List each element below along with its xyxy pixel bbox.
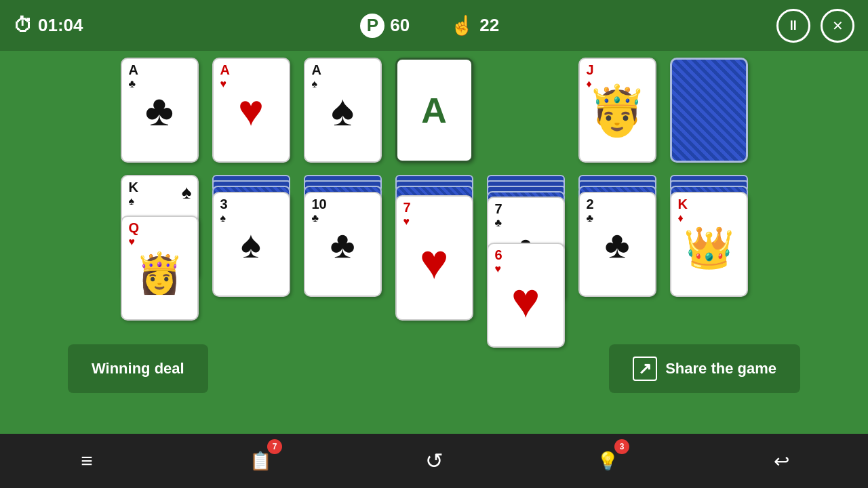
top-bar: ⏱ 01:04 P 60 ☝ 22 ⏸ ✕ — [0, 0, 868, 51]
game-area: A ♣ ♣ A ♥ ♥ A ♠ ♠ A J ♦ 🤴 — [0, 51, 868, 434]
top-bar-center: P 60 ☝ 22 — [360, 14, 499, 38]
foundation-row: A ♣ ♣ A ♥ ♥ A ♠ ♠ A J ♦ 🤴 — [68, 58, 800, 163]
share-game-label: Share the game — [665, 360, 776, 378]
tableau-col-7[interactable]: K ♦ 👑 — [670, 175, 748, 324]
queen-illustration: 👸 — [135, 253, 184, 293]
undo-button[interactable]: ↩ — [761, 441, 802, 481]
tableau-col-6[interactable]: 2 ♣ ♣ — [578, 175, 656, 324]
six-hearts: 6 ♥ ♥ — [487, 243, 565, 348]
jack-illustration: 🤴 — [587, 86, 648, 135]
share-game-button[interactable]: ↗ Share the game — [609, 344, 800, 393]
daily-icon: 📋 — [250, 451, 271, 472]
timer-display: 01:04 — [38, 15, 83, 36]
tableau-col-3[interactable]: 10 ♣ ♣ — [304, 175, 382, 324]
hint-badge: 3 — [614, 439, 629, 454]
refresh-icon: ↺ — [425, 448, 443, 474]
foundation-clubs[interactable]: A ♣ ♣ — [121, 58, 199, 163]
timer-icon: ⏱ — [14, 14, 33, 37]
foundation-hearts[interactable]: A ♥ ♥ — [212, 58, 290, 163]
action-buttons: Winning deal ↗ Share the game — [0, 344, 868, 393]
points-icon: P — [360, 14, 384, 38]
moves-section: ☝ 22 — [450, 14, 499, 37]
top-bar-actions: ⏸ ✕ — [776, 9, 854, 43]
bottom-nav: ≡ 📋 7 ↺ 💡 3 ↩ — [0, 434, 868, 488]
empty-slot — [487, 58, 565, 163]
deck-card[interactable] — [670, 58, 748, 163]
refresh-button[interactable]: ↺ — [414, 441, 454, 481]
ten-clubs: 10 ♣ ♣ — [304, 192, 382, 297]
tableau-col-5[interactable]: 7 ♣ ♣ 6 ♥ ♥ — [487, 175, 565, 358]
hint-button[interactable]: 💡 3 — [587, 441, 628, 481]
king-illustration: 👑 — [684, 228, 734, 268]
two-clubs: 2 ♣ ♣ — [578, 192, 656, 297]
stock-card[interactable]: A — [395, 58, 473, 163]
timer-section: ⏱ 01:04 — [14, 14, 83, 37]
winning-deal-label: Winning deal — [92, 360, 184, 378]
menu-button[interactable]: ≡ — [66, 441, 107, 481]
hand-icon: ☝ — [450, 14, 474, 37]
menu-icon: ≡ — [81, 449, 93, 472]
tableau-col-1[interactable]: K ♠ ♠ Q ♥ 👸 — [121, 175, 199, 324]
points-value: 60 — [390, 15, 410, 36]
points-section: P 60 — [360, 14, 410, 38]
queen-hearts: Q ♥ 👸 — [121, 216, 199, 321]
tableau-col-2[interactable]: 3 ♠ ♠ — [212, 175, 290, 324]
daily-badge: 7 — [267, 439, 282, 454]
three-spades: 3 ♠ ♠ — [212, 192, 290, 297]
share-icon: ↗ — [633, 357, 657, 381]
pause-button[interactable]: ⏸ — [776, 9, 810, 43]
seven-hearts: 7 ♥ ♥ — [395, 195, 473, 321]
hint-icon: 💡 — [597, 451, 618, 472]
tableau-row: K ♠ ♠ Q ♥ 👸 3 ♠ ♠ — [68, 175, 800, 358]
winning-deal-button[interactable]: Winning deal — [68, 344, 208, 393]
daily-challenge-button[interactable]: 📋 7 — [240, 441, 281, 481]
foundation-diamonds[interactable]: J ♦ 🤴 — [578, 58, 656, 163]
undo-icon: ↩ — [774, 450, 789, 472]
moves-value: 22 — [479, 15, 499, 36]
close-button[interactable]: ✕ — [821, 9, 854, 43]
king-diamonds: K ♦ 👑 — [670, 192, 748, 297]
tableau-col-4[interactable]: 7 ♥ ♥ — [395, 175, 473, 338]
foundation-spades[interactable]: A ♠ ♠ — [304, 58, 382, 163]
